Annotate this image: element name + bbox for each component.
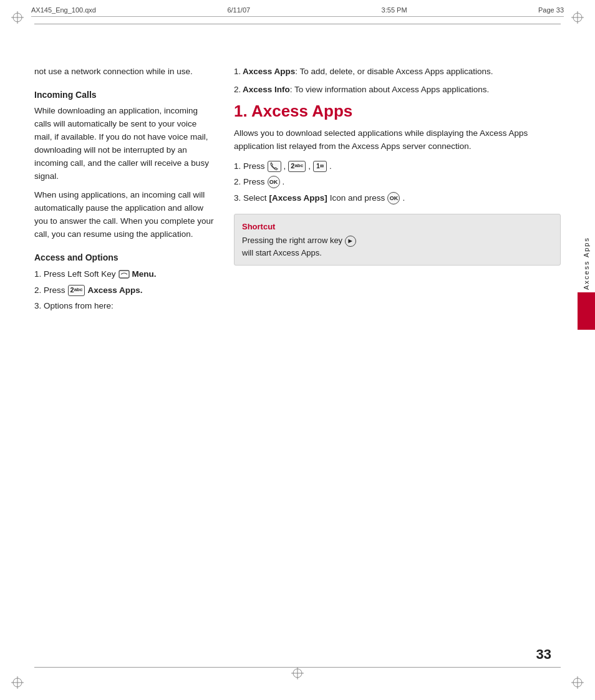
right-step3-bold: [Axcess Apps]	[269, 191, 327, 205]
list-item-num: 1.	[234, 65, 241, 79]
arrow-right-icon: ►	[345, 236, 356, 247]
access-options-heading: Access and Options	[34, 252, 215, 262]
reg-mark-tl	[11, 11, 24, 24]
left-step3-text: 3. Options from here:	[34, 299, 114, 313]
left-step1-suffix: Menu.	[132, 267, 157, 281]
comma1: ,	[284, 160, 286, 173]
axcess-info-rest: : To view information about Axcess Apps …	[290, 85, 489, 94]
content-area: not use a network connection while in us…	[34, 34, 561, 666]
header-file: AX145_Eng_100.qxd	[31, 6, 96, 14]
side-tab-label: Axcess Apps	[583, 237, 590, 290]
left-step2-prefix: 2. Press	[34, 284, 65, 297]
period3: .	[402, 191, 405, 205]
intro-text: not use a network connection while in us…	[34, 65, 215, 79]
axcess-apps-rest: : To add, delete, or disable Axcess Apps…	[295, 67, 493, 76]
header-time: 3:55 PM	[382, 6, 407, 14]
page-wrapper: AX145_Eng_100.qxd 6/11/07 3:55 PM Page 3…	[0, 0, 595, 700]
right-step2: 2. Press OK .	[234, 175, 561, 189]
reg-mark-tr	[571, 11, 584, 24]
reg-mark-br	[571, 676, 584, 689]
major-heading: 1. Axcess Apps	[234, 102, 561, 121]
right-step2-prefix: 2. Press	[234, 175, 265, 189]
left-step3: 3. Options from here:	[34, 299, 215, 313]
axcess-info-bold: Axcess Info	[243, 85, 290, 94]
options-list: 1. Axcess Apps: To add, delete, or disab…	[234, 65, 561, 97]
key-2abc-right: 2abc	[288, 161, 306, 172]
key-ok2: OK	[387, 192, 400, 204]
reg-mark-bottom	[291, 667, 304, 681]
side-tab: Axcess Apps	[578, 237, 595, 330]
shortcut-title: Shortcut	[242, 221, 553, 233]
incoming-calls-heading: Incoming Calls	[34, 90, 215, 100]
header-page: Page 33	[538, 6, 564, 14]
period2: .	[283, 175, 285, 189]
bottom-rule	[34, 667, 561, 668]
left-step1-prefix: 1. Press Left Soft Key	[34, 267, 116, 281]
key-ok: OK	[268, 176, 280, 188]
shortcut-text: Pressing the right arrow key ► will star…	[242, 234, 553, 259]
header-bar: AX145_Eng_100.qxd 6/11/07 3:55 PM Page 3…	[31, 6, 564, 17]
right-step3-suffix: Icon and press	[330, 191, 385, 205]
period1: .	[329, 160, 332, 173]
header-date: 6/11/07	[227, 6, 250, 14]
top-rule	[34, 24, 561, 24]
comma2: ,	[308, 160, 311, 173]
svg-rect-15	[119, 271, 129, 278]
incoming-calls-p1: While downloading an application, incomi…	[34, 105, 215, 183]
soft-key-icon	[119, 269, 130, 279]
right-step3: 3. Select [Axcess Apps] Icon and press O…	[234, 191, 561, 205]
shortcut-text2: will start Axcess Apps.	[242, 248, 322, 257]
right-step1-prefix: 1. Press	[234, 160, 265, 173]
shortcut-text1: Pressing the right arrow key	[242, 236, 342, 245]
left-step1: 1. Press Left Soft Key Menu.	[34, 267, 215, 281]
reg-mark-bl	[11, 676, 24, 689]
list-item-num2: 2.	[234, 84, 241, 97]
shortcut-box: Shortcut Pressing the right arrow key ► …	[234, 214, 561, 266]
list-item: 2. Axcess Info: To view information abou…	[234, 84, 561, 97]
left-col: not use a network connection while in us…	[34, 34, 215, 666]
major-body: Allows you to download selected applicat…	[234, 127, 561, 153]
right-step3-prefix: 3. Select	[234, 191, 267, 205]
left-step2: 2. Press 2abc Axcess Apps.	[34, 284, 215, 297]
key-phone	[268, 161, 281, 172]
right-step1: 1. Press , 2abc , 1✉ .	[234, 160, 561, 173]
key-1mail: 1✉	[313, 161, 327, 172]
left-step2-suffix: Axcess Apps.	[87, 284, 142, 297]
incoming-calls-p2: When using applications, an incoming cal…	[34, 189, 215, 241]
list-item: 1. Axcess Apps: To add, delete, or disab…	[234, 65, 561, 79]
side-tab-bar	[578, 292, 595, 330]
key-2abc: 2abc	[68, 285, 85, 296]
right-col: 1. Axcess Apps: To add, delete, or disab…	[234, 34, 561, 666]
axcess-apps-bold: Axcess Apps	[243, 67, 295, 76]
